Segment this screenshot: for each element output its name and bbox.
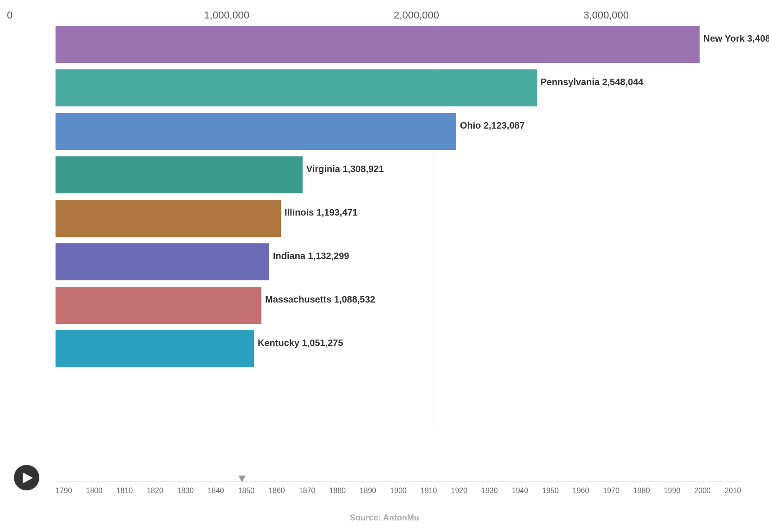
axis-label-1m: 1,000,000 [204,9,249,21]
bar-kentucky [56,330,254,367]
bar-label-new-york: New York 3,408,735 [703,33,769,44]
timeline-axis-line [56,482,741,482]
bar-row-virginia: Virginia 1,308,921 [56,154,723,196]
source-text: Source: AntonMu [350,513,419,523]
year-1890: 1890 [360,487,376,495]
state-value-new-york: 3,408,735 [747,33,769,43]
year-1850: 1850 [238,487,254,495]
timeline-marker [238,476,246,482]
state-name-massachusetts: Massachusetts [265,294,331,304]
state-name-illinois: Illinois [285,207,314,217]
bar-label-kentucky: Kentucky 1,051,275 [258,338,343,348]
bar-new-york [56,26,700,63]
timeline-marker-triangle [238,476,246,482]
play-icon [23,472,33,483]
bar-indiana [56,243,269,280]
state-value-indiana: 1,132,299 [308,251,349,261]
state-name-pennsylvania: Pennsylvania [540,77,600,87]
bar-virginia [56,156,303,193]
bar-row-new-york: New York 3,408,735 [56,23,723,66]
bar-illinois [56,200,281,237]
year-1810: 1810 [116,487,133,495]
year-1950: 1950 [542,487,559,495]
axis-label-3m: 3,000,000 [583,9,629,21]
bar-row-illinois: Illinois 1,193,471 [56,197,723,240]
year-1900: 1900 [390,487,407,495]
state-name-ohio: Ohio [460,120,481,130]
bar-pennsylvania [56,69,537,106]
state-name-virginia: Virginia [306,164,340,174]
year-1980: 1980 [633,487,650,495]
year-1790: 1790 [56,487,72,495]
bars-container: New York 3,408,735 Pennsylvania 2,548,04… [56,23,723,371]
bar-label-illinois: Illinois 1,193,471 [285,207,358,218]
bar-label-massachusetts: Massachusetts 1,088,532 [265,294,375,305]
bar-ohio [56,113,456,150]
year-1930: 1930 [481,487,498,495]
state-name-new-york: New York [703,33,744,43]
state-value-illinois: 1,193,471 [316,207,358,217]
year-1860: 1860 [268,487,285,495]
year-1970: 1970 [603,487,620,495]
year-1920: 1920 [451,487,468,495]
year-1960: 1960 [572,487,589,495]
bar-row-ohio: Ohio 2,123,087 [56,110,723,153]
year-1880: 1880 [329,487,346,495]
bar-label-indiana: Indiana 1,132,299 [273,251,349,261]
state-value-massachusetts: 1,088,532 [334,294,375,304]
year-1990: 1990 [664,487,681,495]
bar-massachusetts [56,287,261,324]
axis-top: 0 1,000,000 2,000,000 3,000,000 [0,5,769,23]
chart-container: 0 1,000,000 2,000,000 3,000,000 New York… [0,0,769,532]
state-value-ohio: 2,123,087 [484,120,525,130]
year-1870: 1870 [299,487,316,495]
year-1830: 1830 [177,487,194,495]
bar-row-kentucky: Kentucky 1,051,275 [56,328,723,370]
bar-label-virginia: Virginia 1,308,921 [306,164,384,174]
bar-label-ohio: Ohio 2,123,087 [460,120,525,131]
bar-label-pennsylvania: Pennsylvania 2,548,044 [540,77,643,87]
year-1910: 1910 [421,487,437,495]
axis-label-2m: 2,000,000 [394,9,439,21]
state-value-pennsylvania: 2,548,044 [602,77,643,87]
bar-row-massachusetts: Massachusetts 1,088,532 [56,284,723,327]
bar-row-indiana: Indiana 1,132,299 [56,241,723,283]
timeline-labels: 1790 1800 1810 1820 1830 1840 1850 1860 … [56,487,741,495]
year-2000: 2000 [694,487,711,495]
year-1940: 1940 [512,487,528,495]
state-value-kentucky: 1,051,275 [302,338,343,348]
play-button[interactable] [14,465,39,490]
year-1820: 1820 [147,487,163,495]
state-name-indiana: Indiana [273,251,305,261]
axis-label-0: 0 [7,9,12,21]
year-2010: 2010 [725,487,741,495]
year-1840: 1840 [208,487,224,495]
year-1800: 1800 [86,487,103,495]
state-name-kentucky: Kentucky [258,338,299,348]
bar-row-pennsylvania: Pennsylvania 2,548,044 [56,67,723,109]
state-value-virginia: 1,308,921 [343,164,384,174]
